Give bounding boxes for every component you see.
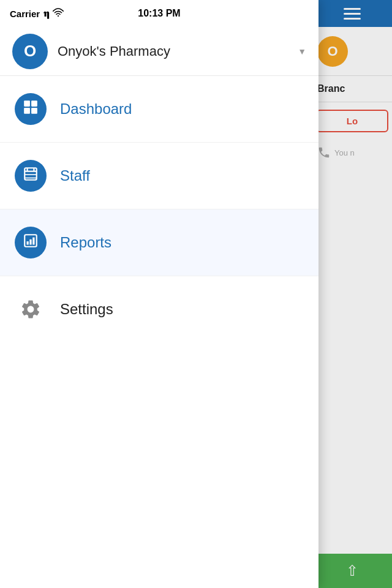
sidebar-item-dashboard[interactable]: Dashboard (0, 76, 318, 143)
status-bar-left: Carrier 𝛈 (10, 8, 64, 19)
sidebar-item-staff[interactable]: Staff (0, 143, 318, 209)
sidebar-overlay[interactable] (318, 0, 392, 588)
wifi-icon: 𝛈 (43, 8, 63, 19)
reports-icon (23, 233, 39, 252)
status-bar: Carrier 𝛈 10:13 PM (0, 0, 318, 27)
dashboard-icon (23, 99, 39, 119)
svg-rect-4 (31, 108, 37, 114)
svg-rect-13 (29, 239, 31, 245)
svg-rect-1 (24, 100, 30, 107)
staff-label: Staff (60, 167, 90, 184)
status-bar-time: 10:13 PM (138, 8, 180, 19)
sidebar-item-settings[interactable]: Settings (0, 276, 318, 342)
staff-icon (23, 166, 39, 186)
dropdown-arrow-icon[interactable]: ▼ (298, 47, 306, 56)
dashboard-label: Dashboard (60, 100, 132, 118)
user-avatar: O (12, 34, 48, 69)
svg-rect-12 (27, 241, 29, 244)
svg-point-0 (58, 15, 59, 17)
carrier-label: Carrier (10, 9, 40, 19)
settings-label: Settings (60, 301, 113, 318)
staff-icon-circle (15, 160, 47, 192)
svg-rect-2 (31, 100, 37, 107)
sidebar-item-reports[interactable]: Reports (0, 209, 318, 276)
settings-icon (15, 293, 47, 325)
sidebar: Carrier 𝛈 10:13 PM O Onyok's Pharmacy ▼ (0, 0, 318, 588)
battery-indicator (278, 6, 309, 21)
reports-icon-circle (15, 227, 47, 258)
svg-rect-14 (32, 238, 34, 245)
sidebar-nav: Dashboard Staff (0, 76, 318, 342)
svg-rect-3 (24, 108, 30, 114)
dashboard-icon-circle (15, 93, 47, 125)
reports-label: Reports (60, 234, 111, 251)
pharmacy-name: Onyok's Pharmacy (58, 43, 288, 59)
